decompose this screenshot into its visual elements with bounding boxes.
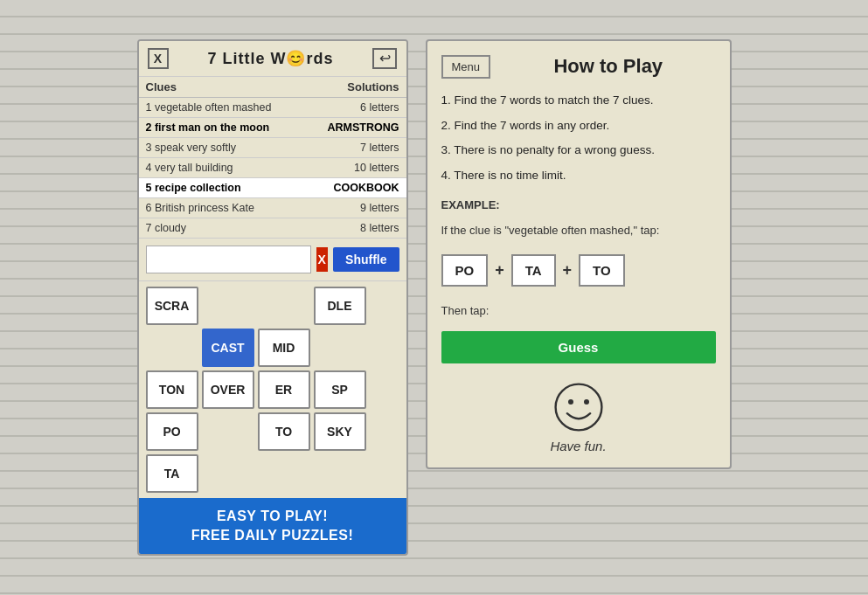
smiley-icon — [552, 381, 605, 433]
guess-button[interactable]: Guess — [441, 331, 716, 363]
clue-row[interactable]: 6 British princess Kate 9 letters — [139, 198, 406, 218]
example-tile[interactable]: TA — [511, 254, 556, 287]
svg-point-0 — [555, 384, 601, 431]
banner-line1: Easy to Play! — [148, 507, 398, 526]
tile[interactable]: CAST — [202, 329, 254, 367]
tile-empty — [202, 287, 254, 325]
clue-row[interactable]: 3 speak very softly 7 letters — [139, 138, 406, 158]
instructions-list: 1. Find the 7 words to match the 7 clues… — [441, 93, 716, 185]
tile[interactable]: SP — [314, 370, 366, 409]
tile-empty — [314, 329, 366, 367]
solutions-column-header: Solutions — [347, 80, 399, 93]
promo-banner: Easy to Play! Free Daily Puzzles! — [139, 498, 406, 555]
svg-point-1 — [568, 399, 573, 405]
tile[interactable]: SCRA — [146, 287, 198, 325]
clue-text: 1 vegetable often mashed — [146, 101, 321, 114]
tiles-area: SCRADLECASTMIDTONOVERERSPPOTOSKYTA — [139, 281, 406, 498]
clue-solution: COOKBOOK — [321, 182, 399, 194]
tile-row: TA — [146, 454, 399, 493]
left-panel: X 7 Little W😊rds ↩ Clues Solutions 1 veg… — [137, 39, 408, 557]
clues-column-header: Clues — [146, 80, 177, 93]
banner-line2: Free Daily Puzzles! — [148, 526, 398, 545]
clues-list: 1 vegetable often mashed 6 letters 2 fir… — [139, 98, 406, 239]
clue-text: 2 first man on the moon — [146, 121, 321, 134]
clue-row[interactable]: 2 first man on the moon ARMSTRONG — [139, 118, 406, 138]
right-panel: Menu How to Play 1. Find the 7 words to … — [426, 39, 732, 470]
then-tap-label: Then tap: — [441, 304, 716, 317]
tile[interactable]: TO — [258, 412, 310, 451]
app-title: 7 Little W😊rds — [207, 49, 333, 68]
tile-empty — [202, 412, 254, 451]
clue-solution: ARMSTRONG — [321, 121, 399, 134]
tile-empty — [258, 287, 310, 325]
clue-solution: 8 letters — [321, 222, 399, 234]
tile[interactable]: TA — [146, 454, 198, 493]
clue-row[interactable]: 4 very tall building 10 letters — [139, 158, 406, 178]
clue-solution: 7 letters — [321, 142, 399, 154]
how-to-play-title: How to Play — [501, 55, 715, 78]
example-tiles-row: PO+TA+TO — [441, 254, 716, 287]
clue-text: 7 cloudy — [146, 222, 321, 234]
instruction-item: 2. Find the 7 words in any order. — [441, 118, 716, 135]
example-tile[interactable]: TO — [579, 254, 625, 287]
clue-text: 6 British princess Kate — [146, 202, 321, 214]
tile[interactable]: SKY — [314, 412, 366, 451]
panel-header: X 7 Little W😊rds ↩ — [139, 41, 406, 77]
smiley-area: Have fun. — [441, 381, 716, 453]
clue-solution: 9 letters — [321, 202, 399, 214]
clue-solution: 6 letters — [321, 101, 399, 114]
title-emoji: 😊 — [286, 50, 306, 67]
tile-row: POTOSKY — [146, 412, 399, 451]
clue-text: 4 very tall building — [146, 162, 321, 174]
plus-sign: + — [563, 261, 573, 280]
tile[interactable]: PO — [146, 412, 198, 451]
menu-button[interactable]: Menu — [441, 55, 491, 79]
clue-row[interactable]: 1 vegetable often mashed 6 letters — [139, 98, 406, 118]
svg-point-2 — [584, 399, 589, 405]
tile-empty — [202, 454, 254, 493]
shuffle-button[interactable]: Shuffle — [333, 247, 399, 272]
instruction-item: 4. There is no time limit. — [441, 168, 716, 184]
close-button[interactable]: X — [148, 48, 169, 69]
clues-header: Clues Solutions — [139, 77, 406, 98]
tile[interactable]: OVER — [202, 370, 254, 409]
clue-text: 5 recipe collection — [146, 182, 321, 194]
input-area: X Shuffle — [139, 239, 406, 281]
tile-empty — [314, 454, 366, 493]
back-button[interactable]: ↩ — [372, 48, 397, 69]
example-label: EXAMPLE: — [441, 198, 716, 211]
tile-row: CASTMID — [146, 329, 399, 367]
example-tile[interactable]: PO — [441, 254, 489, 287]
title-text-2: rds — [306, 50, 333, 67]
clue-solution: 10 letters — [321, 162, 399, 174]
example-description: If the clue is "vegetable often mashed,"… — [441, 224, 716, 237]
tile[interactable]: DLE — [314, 287, 366, 325]
clue-row[interactable]: 7 cloudy 8 letters — [139, 218, 406, 239]
clue-row[interactable]: 5 recipe collection COOKBOOK — [139, 178, 406, 198]
title-text-1: 7 Little W — [207, 50, 286, 67]
main-container: X 7 Little W😊rds ↩ Clues Solutions 1 veg… — [137, 39, 732, 557]
plus-sign: + — [495, 261, 504, 280]
tile-row: SCRADLE — [146, 287, 399, 325]
instruction-item: 3. There is no penalty for a wrong guess… — [441, 142, 716, 159]
right-header: Menu How to Play — [441, 55, 716, 79]
tile-empty — [146, 329, 198, 367]
have-fun-text: Have fun. — [550, 439, 606, 453]
tile-row: TONOVERERSP — [146, 370, 399, 409]
clear-button[interactable]: X — [316, 247, 329, 272]
clue-text: 3 speak very softly — [146, 142, 321, 154]
tile[interactable]: TON — [146, 370, 198, 409]
instruction-item: 1. Find the 7 words to match the 7 clues… — [441, 93, 716, 109]
tile[interactable]: MID — [258, 329, 310, 367]
tile[interactable]: ER — [258, 370, 310, 409]
word-input[interactable] — [146, 246, 311, 273]
tile-empty — [258, 454, 310, 493]
